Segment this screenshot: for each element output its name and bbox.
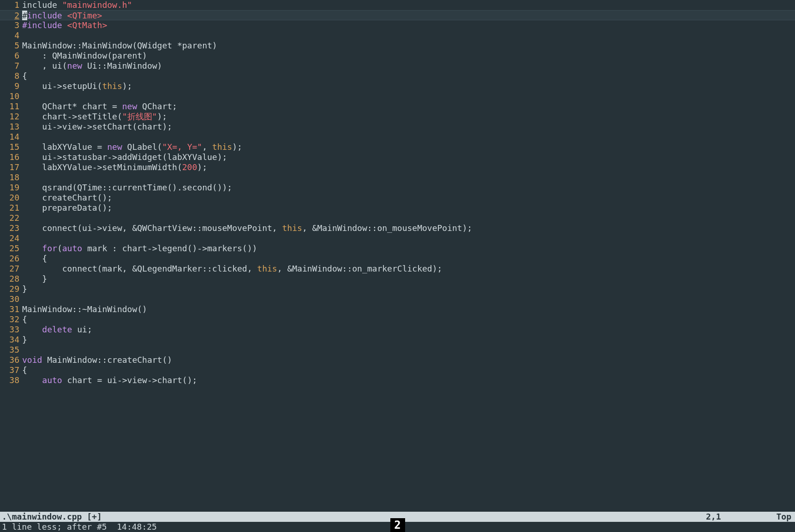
code-line[interactable]: 33 delete ui; bbox=[0, 325, 795, 335]
code-content[interactable]: labXYValue = new QLabel("X=, Y=", this); bbox=[22, 142, 795, 152]
vim-editor[interactable]: 1include "mainwindow.h"2#include <QTime>… bbox=[0, 0, 795, 532]
code-line[interactable]: 18 bbox=[0, 172, 795, 183]
code-content[interactable]: prepareData(); bbox=[22, 203, 795, 213]
code-line[interactable]: 13 ui->view->setChart(chart); bbox=[0, 122, 795, 132]
code-line[interactable]: 2#include <QTime> bbox=[0, 10, 795, 20]
code-content[interactable] bbox=[22, 172, 795, 183]
code-content[interactable]: , ui(new Ui::MainWindow) bbox=[22, 61, 795, 71]
code-line[interactable]: 26 { bbox=[0, 254, 795, 264]
code-area[interactable]: 1include "mainwindow.h"2#include <QTime>… bbox=[0, 0, 795, 512]
token-plain: ); bbox=[122, 81, 132, 91]
token-plain: { bbox=[22, 365, 27, 375]
code-content[interactable]: labXYValue->setMinimumWidth(200); bbox=[22, 162, 795, 172]
token-plain: mark : chart->legend()->markers()) bbox=[82, 243, 257, 253]
code-content[interactable]: ui->statusbar->addWidget(labXYValue); bbox=[22, 152, 795, 162]
code-content[interactable]: ui->view->setChart(chart); bbox=[22, 122, 795, 132]
code-line[interactable]: 35 bbox=[0, 345, 795, 355]
token-plain: qsrand(QTime::currentTime().second()); bbox=[22, 183, 232, 192]
code-line[interactable]: 24 bbox=[0, 233, 795, 243]
code-content[interactable]: connect(ui->view, &QWChartView::mouseMov… bbox=[22, 223, 795, 233]
code-content[interactable]: ui->setupUi(this); bbox=[22, 81, 795, 91]
code-line[interactable]: 38 auto chart = ui->view->chart(); bbox=[0, 375, 795, 385]
code-content[interactable] bbox=[22, 233, 795, 243]
line-number: 21 bbox=[0, 203, 22, 213]
code-line[interactable]: 21 prepareData(); bbox=[0, 203, 795, 213]
code-content[interactable] bbox=[22, 30, 795, 41]
code-content[interactable]: include "mainwindow.h" bbox=[22, 0, 795, 10]
code-content[interactable]: } bbox=[22, 335, 795, 345]
code-line[interactable]: 5MainWindow::MainWindow(QWidget *parent) bbox=[0, 41, 795, 51]
line-number: 22 bbox=[0, 213, 22, 223]
code-line[interactable]: 16 ui->statusbar->addWidget(labXYValue); bbox=[0, 152, 795, 162]
code-content[interactable]: MainWindow::MainWindow(QWidget *parent) bbox=[22, 41, 795, 51]
code-content[interactable] bbox=[22, 294, 795, 304]
code-content[interactable]: delete ui; bbox=[22, 325, 795, 335]
code-content[interactable]: MainWindow::~MainWindow() bbox=[22, 304, 795, 314]
token-plain: chart = ui->view->chart(); bbox=[62, 375, 197, 385]
code-line[interactable]: 34} bbox=[0, 335, 795, 345]
code-line[interactable]: 20 createChart(); bbox=[0, 193, 795, 203]
code-content[interactable]: connect(mark, &QLegendMarker::clicked, t… bbox=[22, 264, 795, 274]
token-plain: createChart(); bbox=[22, 193, 112, 202]
code-content[interactable]: } bbox=[22, 284, 795, 294]
code-line[interactable]: 22 bbox=[0, 213, 795, 223]
code-content[interactable]: createChart(); bbox=[22, 193, 795, 203]
code-content[interactable]: auto chart = ui->view->chart(); bbox=[22, 375, 795, 385]
token-plain: prepareData(); bbox=[22, 203, 112, 213]
code-line[interactable]: 1include "mainwindow.h" bbox=[0, 0, 795, 10]
code-content[interactable]: #include <QtMath> bbox=[22, 20, 795, 30]
token-plain bbox=[22, 243, 42, 253]
code-content[interactable] bbox=[22, 213, 795, 223]
token-plain: MainWindow::MainWindow(QWidget *parent) bbox=[22, 41, 217, 50]
token-plain: ); bbox=[232, 142, 242, 152]
token-pre: #include bbox=[22, 20, 67, 30]
code-line[interactable]: 10 bbox=[0, 91, 795, 101]
code-content[interactable]: void MainWindow::createChart() bbox=[22, 355, 795, 365]
code-content[interactable]: #include <QTime> bbox=[22, 11, 795, 20]
line-number: 9 bbox=[0, 81, 22, 91]
code-line[interactable]: 31MainWindow::~MainWindow() bbox=[0, 304, 795, 314]
code-content[interactable]: chart->setTitle("折线图"); bbox=[22, 112, 795, 122]
code-line[interactable]: 23 connect(ui->view, &QWChartView::mouse… bbox=[0, 223, 795, 233]
code-content[interactable]: for(auto mark : chart->legend()->markers… bbox=[22, 243, 795, 254]
code-content[interactable]: QChart* chart = new QChart; bbox=[22, 101, 795, 112]
token-plain: , ui( bbox=[22, 61, 67, 71]
code-line[interactable]: 37{ bbox=[0, 365, 795, 375]
code-line[interactable]: 19 qsrand(QTime::currentTime().second())… bbox=[0, 183, 795, 193]
code-content[interactable]: { bbox=[22, 365, 795, 375]
code-line[interactable]: 25 for(auto mark : chart->legend()->mark… bbox=[0, 243, 795, 254]
code-line[interactable]: 14 bbox=[0, 132, 795, 142]
code-line[interactable]: 7 , ui(new Ui::MainWindow) bbox=[0, 61, 795, 71]
token-inc: <QtMath> bbox=[67, 20, 108, 30]
code-line[interactable]: 28 } bbox=[0, 274, 795, 284]
code-line[interactable]: 30 bbox=[0, 294, 795, 304]
code-content[interactable]: qsrand(QTime::currentTime().second()); bbox=[22, 183, 795, 193]
token-plain: QLabel( bbox=[122, 142, 162, 152]
line-number: 29 bbox=[0, 284, 22, 294]
code-line[interactable]: 11 QChart* chart = new QChart; bbox=[0, 101, 795, 112]
code-content[interactable] bbox=[22, 345, 795, 355]
token-plain: include bbox=[22, 0, 62, 10]
code-line[interactable]: 6 : QMainWindow(parent) bbox=[0, 51, 795, 61]
line-number: 7 bbox=[0, 61, 22, 71]
line-number: 12 bbox=[0, 112, 22, 122]
code-line[interactable]: 27 connect(mark, &QLegendMarker::clicked… bbox=[0, 264, 795, 274]
code-line[interactable]: 4 bbox=[0, 30, 795, 41]
code-content[interactable]: } bbox=[22, 274, 795, 284]
code-content[interactable]: { bbox=[22, 71, 795, 81]
code-line[interactable]: 8{ bbox=[0, 71, 795, 81]
code-content[interactable]: { bbox=[22, 314, 795, 325]
code-line[interactable]: 9 ui->setupUi(this); bbox=[0, 81, 795, 91]
code-content[interactable] bbox=[22, 132, 795, 142]
overlay-badge: 2 bbox=[390, 518, 405, 532]
code-content[interactable] bbox=[22, 91, 795, 101]
code-line[interactable]: 12 chart->setTitle("折线图"); bbox=[0, 112, 795, 122]
code-content[interactable]: { bbox=[22, 254, 795, 264]
code-line[interactable]: 3#include <QtMath> bbox=[0, 20, 795, 30]
code-line[interactable]: 32{ bbox=[0, 314, 795, 325]
code-line[interactable]: 15 labXYValue = new QLabel("X=, Y=", thi… bbox=[0, 142, 795, 152]
code-line[interactable]: 36void MainWindow::createChart() bbox=[0, 355, 795, 365]
code-line[interactable]: 29} bbox=[0, 284, 795, 294]
code-content[interactable]: : QMainWindow(parent) bbox=[22, 51, 795, 61]
code-line[interactable]: 17 labXYValue->setMinimumWidth(200); bbox=[0, 162, 795, 172]
